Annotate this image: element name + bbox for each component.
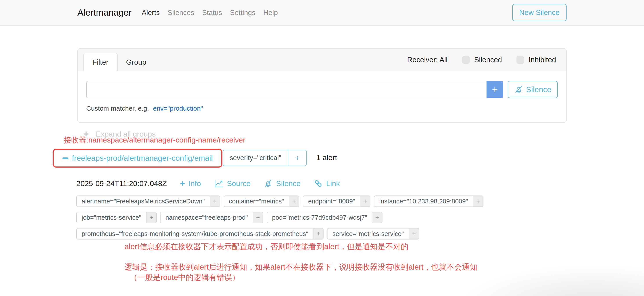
annotation-line-1: alert信息必须在接收器下才表示配置成功，否则即使能看到alert，但是通知是…	[124, 242, 408, 252]
label-add-filter-button[interactable]: +	[372, 212, 382, 223]
group-matcher-add-button[interactable]: +	[288, 150, 306, 166]
plus-icon: +	[180, 179, 185, 188]
label-chip: namespace="freeleaps-prod" +	[160, 212, 263, 223]
nav-item-status[interactable]: Status	[198, 8, 226, 17]
label-filter-button[interactable]: endpoint="8009"	[303, 196, 360, 207]
matcher-row: + Silence	[86, 81, 558, 98]
alert-generator-link[interactable]: Link	[314, 179, 340, 188]
label-chip: container="metrics" +	[224, 196, 299, 207]
label-filter-button[interactable]: container="metrics"	[224, 196, 289, 207]
label-filter-button[interactable]: service="metrics-service"	[327, 228, 408, 240]
add-matcher-button[interactable]: +	[486, 81, 503, 98]
label-chip: job="metrics-service" +	[76, 212, 156, 223]
nav-item-help[interactable]: Help	[259, 8, 282, 17]
annotation-line-3: （一般是route中的逻辑有错误）	[130, 272, 240, 282]
minus-icon	[62, 158, 68, 159]
label-add-filter-button[interactable]: +	[210, 196, 220, 207]
annotation-receiver-note: 接收器:namespace/altermanager-config-name/r…	[64, 135, 246, 145]
silenced-checkbox-label[interactable]: Silenced	[474, 56, 502, 64]
inhibited-checkbox[interactable]	[516, 56, 524, 64]
alert-count-label: 1 alert	[316, 153, 337, 162]
silence-from-filter-button[interactable]: Silence	[508, 81, 558, 98]
matcher-input-group: +	[86, 81, 503, 98]
bell-slash-icon	[264, 179, 272, 188]
label-chip: alertname="FreeleapsMetricsServiceDown" …	[76, 196, 220, 207]
filter-options: Receiver: All Silenced Inhibited	[407, 56, 556, 64]
hint-example-link[interactable]: env="production"	[153, 105, 203, 112]
nav-item-alerts[interactable]: Alerts	[138, 8, 164, 17]
alert-source-label: Source	[227, 179, 250, 188]
chart-line-icon	[214, 179, 223, 188]
alert-silence-button[interactable]: Silence	[264, 179, 301, 188]
new-silence-button[interactable]: New Silence	[512, 4, 566, 21]
label-add-filter-button[interactable]: +	[360, 196, 370, 207]
label-add-filter-button[interactable]: +	[409, 228, 419, 240]
link-icon	[314, 179, 323, 188]
navbar-container: Alertmanager Alerts Silences Status Sett…	[78, 4, 566, 21]
receiver-group-label: freeleaps-prod/alertmanager-config/email	[72, 154, 213, 162]
hint-text: Custom matcher, e.g.	[86, 105, 149, 112]
alert-header-row: 2025-09-24T11:20:07.048Z + Info Source	[76, 179, 503, 188]
silence-button-label: Silence	[526, 85, 552, 94]
label-chip: pod="metrics-77d9cdb497-wdsj7" +	[267, 212, 382, 223]
filter-card-header: Filter Group Receiver: All Silenced Inhi…	[78, 49, 566, 71]
nav-item-silences[interactable]: Silences	[164, 8, 198, 17]
alert-info-button[interactable]: + Info	[180, 179, 201, 188]
matcher-hint: Custom matcher, e.g. env="production"	[86, 105, 558, 112]
receiver-dropdown[interactable]: Receiver: All	[407, 56, 447, 64]
label-chip: instance="10.233.98.209:8009" +	[374, 196, 484, 207]
label-filter-button[interactable]: prometheus="freeleaps-monitoring-system/…	[76, 228, 313, 240]
filter-card: Filter Group Receiver: All Silenced Inhi…	[78, 48, 566, 123]
alert-link-label: Link	[326, 179, 340, 188]
page: Alertmanager Alerts Silences Status Sett…	[0, 0, 644, 296]
matcher-input[interactable]	[86, 81, 486, 98]
filter-card-body: + Silence Custom matcher, e.g. env="prod	[78, 71, 566, 122]
silenced-checkbox[interactable]	[462, 56, 470, 64]
alert-item: 2025-09-24T11:20:07.048Z + Info Source	[76, 179, 503, 240]
alert-info-label: Info	[188, 179, 201, 188]
group-matcher-button[interactable]: severity="critical"	[223, 150, 288, 166]
group-matcher-chip: severity="critical" +	[222, 150, 307, 166]
label-chip: endpoint="8009" +	[303, 196, 370, 207]
top-navbar: Alertmanager Alerts Silences Status Sett…	[0, 0, 644, 26]
tab-filter[interactable]: Filter	[83, 53, 118, 71]
label-filter-button[interactable]: job="metrics-service"	[76, 212, 146, 223]
app-brand[interactable]: Alertmanager	[78, 8, 132, 18]
alert-silence-label: Silence	[276, 179, 301, 188]
alert-labels: alertname="FreeleapsMetricsServiceDown" …	[76, 196, 503, 240]
label-add-filter-button[interactable]: +	[313, 228, 324, 240]
alert-timestamp: 2025-09-24T11:20:07.048Z	[76, 179, 167, 188]
bell-slash-icon	[514, 85, 523, 94]
annotation-red-box: freeleaps-prod/alertmanager-config/email	[52, 149, 222, 168]
label-add-filter-button[interactable]: +	[473, 196, 484, 207]
label-chip: prometheus="freeleaps-monitoring-system/…	[76, 228, 324, 240]
nav-item-settings[interactable]: Settings	[226, 8, 260, 17]
tab-group[interactable]: Group	[118, 54, 154, 71]
label-add-filter-button[interactable]: +	[289, 196, 299, 207]
label-filter-button[interactable]: alertname="FreeleapsMetricsServiceDown"	[76, 196, 210, 207]
label-add-filter-button[interactable]: +	[253, 212, 263, 223]
label-filter-button[interactable]: pod="metrics-77d9cdb497-wdsj7"	[267, 212, 372, 223]
annotation-line-2: 逻辑是：接收器收到alert后进行通知，如果alert不在接收器下，说明接收器没…	[124, 262, 477, 272]
label-filter-button[interactable]: namespace="freeleaps-prod"	[160, 212, 252, 223]
inhibited-checkbox-label[interactable]: Inhibited	[528, 56, 556, 64]
label-filter-button[interactable]: instance="10.233.98.209:8009"	[374, 196, 473, 207]
label-add-filter-button[interactable]: +	[146, 212, 156, 223]
receiver-group-toggle-button[interactable]: freeleaps-prod/alertmanager-config/email	[62, 154, 213, 162]
label-chip: service="metrics-service" +	[327, 228, 419, 240]
alert-source-link[interactable]: Source	[214, 179, 250, 188]
